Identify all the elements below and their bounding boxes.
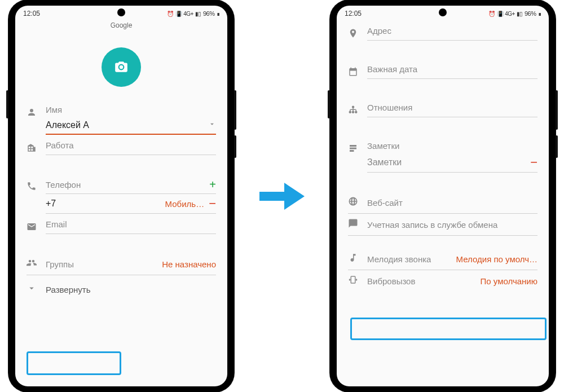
clock: 12:05: [345, 10, 362, 17]
phone-right: 12:05 ⏰ 📳 4G+ ▮▯ 96% ∎ Адрес: [330, 0, 556, 392]
work-label: Работа: [46, 140, 216, 155]
address-label: Адрес: [367, 26, 537, 41]
status-icons: ⏰ 📳 4G+ ▮▯ 96% ∎: [488, 10, 541, 17]
building-icon: [27, 140, 38, 155]
phone-type-selector[interactable]: Мобиль…: [165, 199, 205, 209]
name-field[interactable]: Имя Алексей А: [27, 100, 216, 136]
battery-text: 96%: [525, 10, 536, 17]
groups-value: Не назначено: [162, 259, 216, 269]
chevron-down-icon[interactable]: [208, 120, 216, 130]
side-button: [234, 90, 236, 130]
address-field[interactable]: Адрес: [348, 21, 537, 42]
alarm-icon: ⏰: [167, 11, 174, 17]
email-label: Email: [46, 219, 216, 234]
highlight-box: [27, 351, 121, 375]
status-icons: ⏰ 📳 4G+ ▮▯ 96% ∎: [167, 10, 219, 17]
network-icon: 4G+: [505, 11, 515, 17]
person-icon: [27, 105, 38, 120]
clock: 12:05: [23, 10, 40, 17]
front-camera: [117, 8, 125, 16]
vibrate-icon: 📳: [497, 11, 504, 17]
notes-label: Заметки: [367, 141, 537, 153]
website-label: Веб-сайт: [367, 198, 537, 208]
phone-left: 12:05 ⏰ 📳 4G+ ▮▯ 96% ∎ Google: [8, 0, 234, 392]
remove-phone-button[interactable]: −: [209, 197, 216, 210]
groups-field[interactable]: Группы Не назначено: [27, 253, 216, 275]
battery-icon: ∎: [217, 11, 220, 17]
side-button: [6, 90, 8, 118]
camera-icon: [114, 60, 129, 74]
calendar-icon: [348, 64, 359, 79]
groups-icon: [27, 258, 38, 270]
groups-label: Группы: [46, 259, 154, 269]
vibrate-icon: 📳: [175, 11, 182, 17]
side-button: [328, 90, 330, 118]
account-label[interactable]: Google: [15, 19, 227, 30]
location-icon: [348, 26, 359, 41]
phone-label: Телефон: [46, 180, 81, 190]
phone-input[interactable]: +7: [46, 199, 161, 209]
email-icon: [27, 219, 38, 234]
expand-button[interactable]: Развернуть: [27, 275, 216, 302]
contact-photo-button[interactable]: [102, 47, 141, 87]
arrow-right-icon: [257, 179, 307, 213]
alarm-icon: ⏰: [488, 11, 495, 17]
notes-field[interactable]: Заметки Заметки −: [348, 136, 537, 174]
ringtone-label: Мелодия звонка: [367, 254, 431, 264]
notes-input[interactable]: Заметки: [367, 157, 526, 168]
vibration-field[interactable]: Вибровызов По умолчанию: [348, 270, 537, 292]
exchange-label: Учетная запись в службе обмена: [367, 220, 537, 230]
signal-icon: ▮▯: [195, 11, 201, 17]
front-camera: [439, 8, 447, 16]
highlight-box: [350, 318, 547, 340]
phone-field[interactable]: Телефон + +7 Мобиль… −: [27, 174, 216, 215]
battery-text: 96%: [203, 10, 215, 17]
globe-icon: [348, 196, 359, 209]
network-icon: 4G+: [183, 11, 193, 17]
notes-icon: [348, 141, 359, 156]
add-phone-button[interactable]: +: [209, 179, 216, 190]
expand-label: Развернуть: [46, 285, 91, 294]
website-field[interactable]: Веб-сайт: [348, 192, 537, 214]
ringtone-field[interactable]: Мелодия звонка Мелодия по умолч…: [348, 248, 537, 270]
phone-icon: [27, 179, 38, 193]
relations-icon: [348, 103, 359, 117]
vibration-icon: [348, 275, 359, 287]
side-button: [234, 135, 236, 158]
side-button: [556, 90, 558, 130]
vibration-value: По умолчанию: [481, 276, 537, 286]
email-field[interactable]: Email: [27, 215, 216, 235]
chat-icon: [348, 218, 359, 231]
chevron-down-icon: [27, 283, 38, 296]
date-field[interactable]: Важная дата: [348, 60, 537, 80]
relations-field[interactable]: Отношения: [348, 98, 537, 118]
battery-icon: ∎: [538, 11, 541, 17]
date-label: Важная дата: [367, 64, 537, 79]
work-field[interactable]: Работа: [27, 136, 216, 156]
vibration-label: Вибровызов: [367, 276, 473, 286]
exchange-field[interactable]: Учетная запись в службе обмена: [348, 214, 537, 236]
music-note-icon: [348, 253, 359, 265]
ringtone-value: Мелодия по умолч…: [443, 254, 537, 264]
remove-notes-button[interactable]: −: [530, 156, 537, 169]
relations-label: Отношения: [367, 103, 537, 117]
name-input[interactable]: Алексей А: [46, 120, 204, 130]
signal-icon: ▮▯: [517, 11, 523, 17]
name-label: Имя: [46, 105, 216, 117]
side-button: [556, 135, 558, 158]
